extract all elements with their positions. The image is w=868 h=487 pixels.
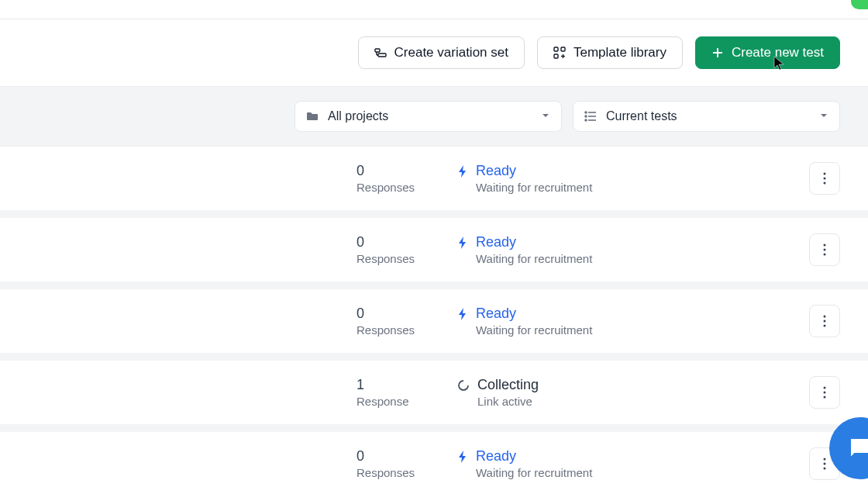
- responses-col: 0 Responses: [356, 306, 457, 337]
- status-col: Ready Waiting for recruitment: [457, 234, 809, 265]
- caret-down-icon: [541, 109, 550, 123]
- template-library-label: Template library: [574, 45, 666, 60]
- svg-point-20: [824, 244, 826, 247]
- row-actions-button[interactable]: [809, 305, 840, 337]
- lightning-icon: [457, 308, 468, 323]
- svg-point-23: [824, 316, 826, 318]
- lightning-icon: [457, 165, 468, 181]
- create-variation-set-button[interactable]: Create variation set: [358, 36, 525, 69]
- status-col: Ready Waiting for recruitment: [457, 448, 809, 479]
- status-title: Ready: [476, 234, 592, 250]
- status-subtitle: Waiting for recruitment: [476, 181, 592, 194]
- projects-filter-label: All projects: [328, 109, 388, 123]
- list-icon: [584, 110, 597, 123]
- folder-icon: [306, 110, 319, 123]
- create-new-test-button[interactable]: Create new test: [695, 36, 840, 69]
- responses-col: 0 Responses: [356, 163, 457, 194]
- create-variation-set-label: Create variation set: [394, 45, 508, 60]
- status-col: Collecting Link active: [457, 377, 809, 408]
- svg-point-31: [824, 468, 826, 470]
- test-row: 0 Responses Ready Waiting for recruitmen…: [0, 432, 868, 487]
- lightning-icon: [457, 237, 468, 252]
- caret-down-icon: [819, 109, 828, 123]
- lightning-icon: [457, 451, 468, 466]
- status-subtitle: Waiting for recruitment: [476, 323, 592, 337]
- status-col: Ready Waiting for recruitment: [457, 306, 809, 337]
- svg-point-14: [585, 112, 587, 113]
- status-col: Ready Waiting for recruitment: [457, 163, 809, 194]
- status-title: Collecting: [477, 377, 539, 393]
- svg-point-17: [824, 173, 826, 175]
- responses-col: 0 Responses: [356, 234, 457, 265]
- svg-point-21: [824, 249, 826, 251]
- view-filter-label: Current tests: [606, 109, 677, 123]
- svg-point-22: [824, 254, 826, 256]
- plus-icon: [711, 47, 724, 59]
- row-actions-button[interactable]: [809, 376, 840, 409]
- row-actions-button[interactable]: [809, 162, 840, 195]
- svg-point-28: [824, 396, 826, 399]
- response-count: 0: [356, 234, 457, 250]
- status-title: Ready: [476, 163, 592, 179]
- topbar: [0, 0, 868, 19]
- status-subtitle: Waiting for recruitment: [476, 252, 592, 265]
- corner-badge: [851, 0, 868, 9]
- response-count: 0: [356, 306, 457, 322]
- response-count: 1: [356, 377, 457, 393]
- row-actions-button[interactable]: [809, 233, 840, 266]
- status-title: Ready: [476, 306, 592, 322]
- test-row: 1 Response Collecting Link active: [0, 361, 868, 432]
- responses-col: 1 Response: [356, 377, 457, 408]
- test-list: 0 Responses Ready Waiting for recruitmen…: [0, 147, 868, 487]
- test-row: 0 Responses Ready Waiting for recruitmen…: [0, 289, 868, 361]
- template-icon: [553, 47, 566, 59]
- projects-filter-select[interactable]: All projects: [294, 101, 562, 132]
- response-label: Responses: [356, 466, 457, 479]
- svg-rect-0: [375, 49, 380, 52]
- test-row: 0 Responses Ready Waiting for recruitmen…: [0, 218, 868, 289]
- svg-point-25: [824, 325, 826, 327]
- status-subtitle: Link active: [477, 395, 539, 408]
- svg-rect-5: [561, 47, 565, 51]
- response-label: Responses: [356, 252, 457, 265]
- svg-rect-1: [378, 54, 386, 57]
- svg-point-15: [585, 116, 587, 117]
- svg-point-18: [824, 178, 826, 180]
- svg-point-27: [824, 392, 826, 394]
- svg-rect-4: [554, 47, 558, 51]
- filter-band: All projects Current tests: [0, 86, 868, 147]
- svg-point-26: [824, 387, 826, 389]
- svg-point-30: [824, 463, 826, 465]
- test-row: 0 Responses Ready Waiting for recruitmen…: [0, 147, 868, 218]
- actions-row: Create variation set Template library Cr…: [0, 19, 868, 86]
- response-label: Responses: [356, 181, 457, 194]
- response-count: 0: [356, 448, 457, 465]
- svg-point-24: [824, 320, 826, 323]
- responses-col: 0 Responses: [356, 448, 457, 479]
- variation-icon: [374, 47, 387, 59]
- status-subtitle: Waiting for recruitment: [476, 466, 592, 479]
- view-filter-select[interactable]: Current tests: [573, 101, 840, 132]
- svg-point-16: [585, 119, 587, 121]
- status-title: Ready: [476, 448, 592, 465]
- svg-rect-6: [554, 54, 558, 58]
- svg-point-29: [824, 458, 826, 461]
- template-library-button[interactable]: Template library: [537, 36, 683, 69]
- response-label: Response: [356, 395, 457, 408]
- spinner-icon: [457, 379, 470, 395]
- response-count: 0: [356, 163, 457, 179]
- svg-point-19: [824, 182, 826, 185]
- response-label: Responses: [356, 323, 457, 337]
- create-new-test-label: Create new test: [732, 45, 824, 60]
